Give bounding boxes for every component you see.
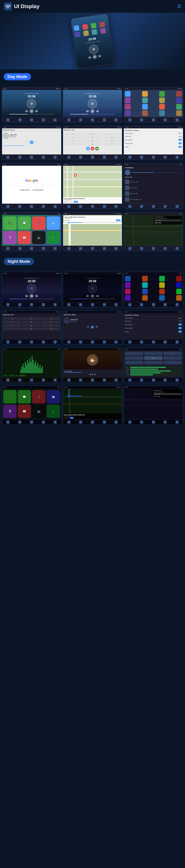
app-icon-4[interactable] bbox=[176, 91, 182, 97]
night-app-10[interactable] bbox=[142, 289, 148, 294]
app-icon-6[interactable] bbox=[142, 97, 148, 103]
google-search-bar[interactable] bbox=[7, 184, 56, 187]
night-app-3[interactable] bbox=[159, 276, 165, 281]
night-next-2[interactable]: ▶▶ bbox=[96, 294, 99, 298]
app-icon-13[interactable] bbox=[125, 110, 131, 116]
call-contacts-btn[interactable]: ☎ bbox=[95, 147, 99, 150]
np-bottom-1[interactable] bbox=[128, 247, 131, 250]
photo-prev[interactable]: ◀ bbox=[89, 373, 90, 375]
app-icon-11[interactable] bbox=[159, 104, 165, 110]
bt-bottom-5[interactable] bbox=[54, 156, 57, 159]
ios-app-msg[interactable]: 💬 bbox=[18, 216, 31, 230]
nav2-bottom-3[interactable] bbox=[91, 247, 94, 250]
np-next[interactable]: ▶▶ bbox=[159, 222, 161, 224]
app-icon-1[interactable] bbox=[125, 91, 131, 97]
bottom-icon-15[interactable] bbox=[176, 118, 179, 121]
eq-btn-3[interactable]: MID bbox=[15, 375, 18, 376]
bottom-icon-4[interactable] bbox=[42, 118, 45, 121]
nios-app-spotify[interactable]: ♪ bbox=[47, 405, 60, 418]
ph-bottom-4[interactable] bbox=[103, 379, 106, 381]
nnp-bottom-2[interactable] bbox=[140, 421, 143, 424]
bt-bottom-2[interactable] bbox=[18, 156, 21, 159]
n2-bottom-4[interactable] bbox=[103, 303, 106, 306]
np-prev[interactable]: ◀◀ bbox=[155, 222, 157, 224]
ndial-3[interactable]: 3 bbox=[42, 317, 60, 320]
ph-bottom-1[interactable] bbox=[68, 379, 71, 381]
map-bottom-1[interactable] bbox=[68, 205, 71, 208]
ios-bottom-4[interactable] bbox=[42, 247, 45, 250]
nios-app-music[interactable]: 🎵 bbox=[32, 390, 46, 403]
night-app-1[interactable] bbox=[125, 276, 131, 281]
dial-star[interactable]: * bbox=[64, 143, 83, 146]
bottom-icon-2[interactable] bbox=[18, 118, 21, 121]
nav-right[interactable]: → bbox=[163, 356, 182, 360]
sm-next[interactable]: ▶▶ bbox=[130, 176, 132, 178]
google-search-btn[interactable]: Google Search bbox=[19, 189, 30, 191]
app-icon-3[interactable] bbox=[159, 91, 165, 97]
map-bottom-3[interactable] bbox=[91, 205, 94, 208]
auto-connect-toggle[interactable] bbox=[178, 142, 182, 144]
play-btn-1[interactable]: ❚❚ bbox=[29, 109, 34, 113]
app-icon-9[interactable] bbox=[125, 104, 131, 110]
dial-0[interactable]: 0 bbox=[83, 143, 102, 146]
nnc-bottom-3[interactable] bbox=[152, 379, 155, 381]
dial-3[interactable]: 3 bbox=[103, 132, 122, 135]
bottom-icon-10[interactable] bbox=[114, 118, 117, 121]
hero-play-btn[interactable]: ❚❚ bbox=[92, 54, 97, 59]
ios-app-music[interactable]: 🎵 bbox=[32, 216, 46, 230]
night-auto-connect-toggle[interactable] bbox=[178, 327, 182, 329]
sm-item-4[interactable]: 华乐_开始_用93...mp3 bbox=[125, 197, 182, 203]
ndial-5[interactable]: 5 bbox=[22, 321, 41, 323]
ios-app-phone[interactable]: 📞 bbox=[3, 216, 17, 230]
nbtc-bottom-3[interactable] bbox=[30, 340, 33, 343]
nnc-bottom-1[interactable] bbox=[128, 379, 131, 381]
np-bottom-5[interactable] bbox=[176, 247, 179, 250]
nbts-bottom-1[interactable] bbox=[128, 340, 131, 343]
n1-bottom-4[interactable] bbox=[42, 303, 45, 306]
menu-icon[interactable]: ☰ bbox=[178, 4, 181, 9]
nav2-bottom-4[interactable] bbox=[103, 247, 106, 250]
night-app-2[interactable] bbox=[142, 276, 148, 281]
sm-bottom-5[interactable] bbox=[176, 205, 179, 208]
bt2-bottom-4[interactable] bbox=[103, 156, 106, 159]
nnp-bottom-3[interactable] bbox=[152, 421, 155, 424]
wf-bottom-2[interactable] bbox=[18, 379, 21, 381]
n2-bottom-5[interactable] bbox=[114, 303, 117, 306]
ios-app-podcast[interactable]: 🎙️ bbox=[3, 231, 17, 244]
nbtm-bottom-2[interactable] bbox=[79, 340, 82, 343]
g-bottom-3[interactable] bbox=[30, 205, 33, 208]
ph-bottom-3[interactable] bbox=[91, 379, 94, 381]
ndial-4[interactable]: 4 bbox=[3, 321, 22, 323]
nav-up[interactable]: ↑ bbox=[144, 351, 163, 355]
na-bottom-1[interactable] bbox=[128, 303, 131, 306]
nmn-bottom-4[interactable] bbox=[103, 421, 106, 424]
ios-bottom-3[interactable] bbox=[30, 247, 33, 250]
n2-bottom-1[interactable] bbox=[68, 303, 71, 306]
ios-bottom-2[interactable] bbox=[18, 247, 21, 250]
ndial-6[interactable]: 6 bbox=[42, 321, 60, 323]
bt3-bottom-2[interactable] bbox=[140, 156, 143, 159]
bt2-bottom-2[interactable] bbox=[79, 156, 82, 159]
nav2-bottom-2[interactable] bbox=[79, 247, 82, 250]
night-nav-go[interactable]: GO bbox=[70, 417, 74, 419]
app-icon-5[interactable] bbox=[125, 97, 131, 103]
nav-up-right[interactable]: ↗ bbox=[163, 351, 182, 355]
sm-bottom-2[interactable] bbox=[140, 205, 143, 208]
nmn-bottom-2[interactable] bbox=[79, 421, 82, 424]
night-app-11[interactable] bbox=[159, 289, 165, 294]
bt-bottom-1[interactable] bbox=[6, 156, 9, 159]
n1-bottom-3[interactable] bbox=[30, 303, 33, 306]
night-np-prev[interactable]: ◀◀ bbox=[154, 396, 156, 397]
night-bt-next[interactable]: ▶ bbox=[96, 325, 99, 328]
bt2-bottom-5[interactable] bbox=[114, 156, 117, 159]
sm-item-3[interactable]: 华乐_101_REC bbox=[125, 191, 182, 197]
nios-app-news[interactable]: 📰 bbox=[18, 405, 31, 418]
nmn-bottom-5[interactable] bbox=[114, 421, 117, 424]
eq-btn-4[interactable]: CUSTOM bbox=[19, 375, 25, 376]
bt-prev[interactable]: ◀ bbox=[25, 141, 28, 144]
nnp-bottom-4[interactable] bbox=[164, 421, 167, 424]
bottom-icon-7[interactable] bbox=[79, 118, 82, 121]
app-icon-12[interactable] bbox=[176, 104, 182, 110]
nbtc-bottom-4[interactable] bbox=[42, 340, 45, 343]
ndial-hash[interactable]: # bbox=[42, 328, 60, 330]
